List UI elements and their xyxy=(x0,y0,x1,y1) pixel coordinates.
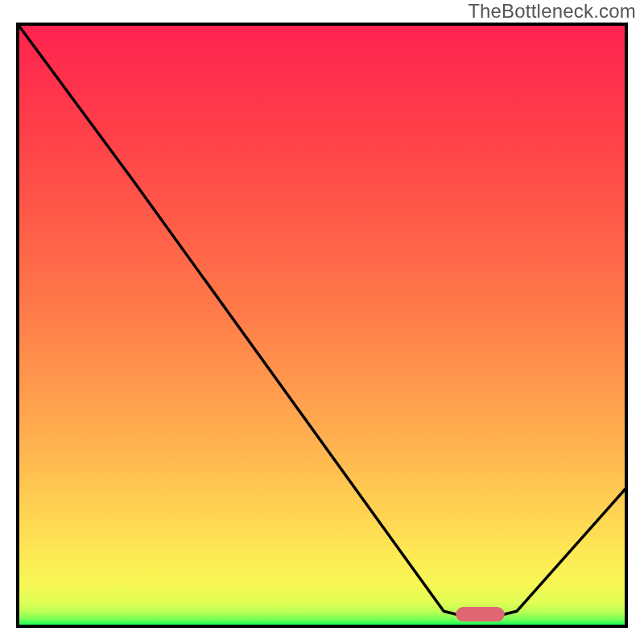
gradient-background xyxy=(18,24,626,626)
optimal-marker xyxy=(456,607,505,621)
bottleneck-chart xyxy=(0,0,644,644)
chart-container: TheBottleneck.com xyxy=(0,0,644,644)
